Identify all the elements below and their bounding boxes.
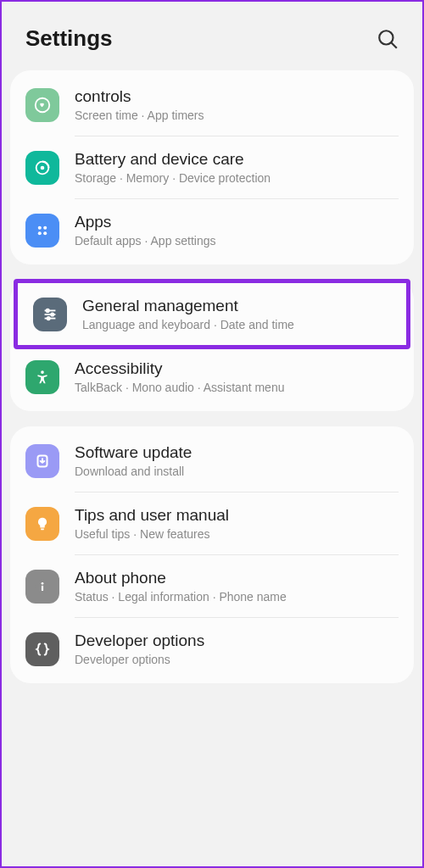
accessibility-icon bbox=[25, 360, 59, 394]
settings-item-tips[interactable]: Tips and user manual Useful tips · New f… bbox=[10, 492, 414, 554]
item-subtitle: Storage · Memory · Device protection bbox=[75, 171, 399, 185]
settings-group: controls Screen time · App timers Batter… bbox=[10, 70, 414, 264]
item-title: controls bbox=[75, 87, 399, 106]
item-title: Developer options bbox=[75, 632, 399, 650]
item-text: Developer options Developer options bbox=[75, 632, 399, 666]
svg-point-20 bbox=[42, 581, 44, 584]
item-subtitle: Language and keyboard · Date and time bbox=[82, 318, 391, 331]
item-text: Software update Download and install bbox=[75, 443, 399, 478]
search-icon[interactable] bbox=[377, 28, 399, 50]
item-subtitle: Useful tips · New features bbox=[75, 527, 399, 541]
svg-point-12 bbox=[51, 313, 53, 315]
download-icon bbox=[25, 444, 59, 478]
item-title: Apps bbox=[75, 213, 399, 231]
settings-group: Software update Download and install Tip… bbox=[10, 426, 414, 683]
item-text: controls Screen time · App timers bbox=[75, 87, 399, 122]
settings-item-apps[interactable]: Apps Default apps · App settings bbox=[10, 199, 414, 261]
item-subtitle: Default apps · App settings bbox=[75, 234, 399, 248]
item-text: Tips and user manual Useful tips · New f… bbox=[75, 506, 399, 541]
svg-point-8 bbox=[43, 231, 47, 235]
settings-item-battery[interactable]: Battery and device care Storage · Memory… bbox=[10, 136, 414, 198]
item-subtitle: Screen time · App timers bbox=[75, 108, 399, 122]
heart-shield-icon bbox=[25, 88, 59, 122]
item-title: Battery and device care bbox=[75, 150, 399, 169]
apps-icon bbox=[25, 214, 59, 248]
settings-group: General management Language and keyboard… bbox=[10, 280, 414, 411]
item-text: Accessibility TalkBack · Mono audio · As… bbox=[75, 359, 399, 394]
item-title: Software update bbox=[75, 443, 399, 462]
item-title: Accessibility bbox=[75, 359, 399, 378]
svg-point-15 bbox=[41, 370, 44, 374]
item-subtitle: TalkBack · Mono audio · Assistant menu bbox=[75, 381, 399, 394]
settings-item-about-phone[interactable]: About phone Status · Legal information ·… bbox=[10, 555, 414, 617]
svg-rect-21 bbox=[42, 585, 43, 590]
settings-item-accessibility[interactable]: Accessibility TalkBack · Mono audio · As… bbox=[10, 346, 414, 408]
page-title: Settings bbox=[25, 25, 113, 52]
item-title: About phone bbox=[75, 569, 399, 587]
settings-item-software-update[interactable]: Software update Download and install bbox=[10, 430, 414, 492]
item-title: General management bbox=[82, 297, 391, 315]
item-subtitle: Status · Legal information · Phone name bbox=[75, 590, 399, 604]
item-subtitle: Download and install bbox=[75, 465, 399, 478]
item-text: Apps Default apps · App settings bbox=[75, 213, 399, 248]
svg-point-5 bbox=[38, 225, 42, 229]
item-text: Battery and device care Storage · Memory… bbox=[75, 150, 399, 185]
code-braces-icon bbox=[25, 632, 59, 666]
sliders-icon bbox=[33, 298, 67, 331]
settings-item-developer-options[interactable]: Developer options Developer options bbox=[10, 618, 414, 680]
svg-point-10 bbox=[47, 309, 49, 311]
lightbulb-icon bbox=[25, 507, 59, 541]
svg-line-1 bbox=[391, 42, 397, 48]
svg-point-14 bbox=[47, 316, 50, 319]
header: Settings bbox=[2, 2, 422, 70]
settings-item-general-management[interactable]: General management Language and keyboard… bbox=[14, 279, 410, 349]
device-care-icon bbox=[25, 151, 59, 185]
item-title: Tips and user manual bbox=[75, 506, 399, 525]
info-icon bbox=[25, 570, 59, 604]
svg-point-0 bbox=[379, 31, 393, 44]
settings-item-controls[interactable]: controls Screen time · App timers bbox=[10, 74, 414, 136]
svg-point-4 bbox=[41, 165, 45, 170]
svg-point-7 bbox=[38, 231, 42, 235]
item-subtitle: Developer options bbox=[75, 653, 399, 666]
item-text: About phone Status · Legal information ·… bbox=[75, 569, 399, 604]
svg-point-6 bbox=[43, 225, 47, 229]
item-text: General management Language and keyboard… bbox=[82, 297, 391, 331]
